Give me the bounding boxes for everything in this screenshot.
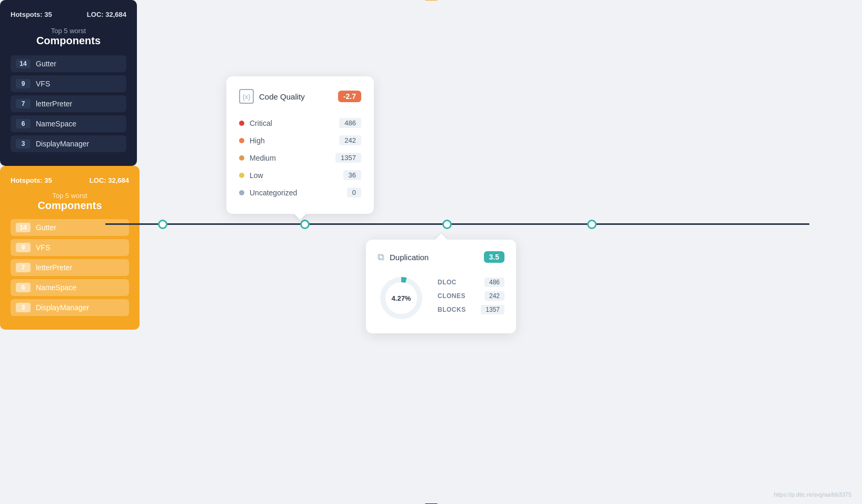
dark-item-name-letterpreter: letterPreter: [36, 100, 72, 108]
duplication-header: ⧉ Duplication 3.5: [378, 251, 504, 263]
duplication-card: ⧉ Duplication 3.5 4.27% DLOC 486 CLONES …: [366, 240, 516, 333]
orange-item-letterpreter: 7 letterPreter: [11, 259, 129, 276]
cq-count-medium: 1357: [335, 153, 361, 163]
orange-item-num-letterpreter: 7: [16, 263, 31, 272]
dark-loc-label: LOC:: [87, 11, 104, 18]
cq-row-uncategorized: Uncategorized 0: [239, 184, 361, 201]
timeline-dot-4: [587, 220, 597, 229]
orange-item-gutter: 14 Gutter: [11, 219, 129, 236]
orange-item-namespace: 6 NameSpace: [11, 279, 129, 296]
cq-count-critical: 486: [339, 118, 361, 128]
cq-row-critical: Critical 486: [239, 114, 361, 132]
dark-item-name-gutter: Gutter: [36, 60, 56, 68]
dark-hotspots: Hotspots: 35: [11, 11, 52, 18]
dark-item-name-displaymanager: DisplayManager: [36, 140, 89, 148]
dup-stat-val-dloc: 486: [484, 278, 504, 287]
dot-critical: [239, 121, 244, 126]
code-quality-card: {x} Code Quality -2.7 Critical 486 High …: [226, 76, 374, 214]
orange-item-num-displaymanager: 3: [16, 303, 31, 312]
timeline-dot-2: [300, 220, 310, 229]
orange-hotspots-value: 35: [44, 176, 52, 184]
timeline-dot-3: [442, 220, 452, 229]
orange-components-card: Hotspots: 35 LOC: 32,684 Top 5 worst Com…: [0, 166, 140, 330]
cq-row-medium: Medium 1357: [239, 149, 361, 166]
dark-item-namespace: 6 NameSpace: [11, 115, 126, 132]
dark-item-num-letterpreter: 7: [16, 99, 31, 108]
orange-hotspots-label: Hotspots:: [11, 176, 43, 184]
dark-card-subtitle: Top 5 worst Components: [11, 27, 126, 47]
dark-item-vfs: 9 VFS: [11, 75, 126, 92]
cq-count-uncategorized: 0: [347, 187, 361, 197]
code-quality-header: {x} Code Quality -2.7: [239, 89, 361, 104]
orange-item-displaymanager: 3 DisplayManager: [11, 299, 129, 316]
dark-card-header: Hotspots: 35 LOC: 32,684: [11, 11, 126, 18]
orange-loc-label: LOC:: [90, 176, 106, 184]
dark-item-displaymanager: 3 DisplayManager: [11, 135, 126, 152]
orange-item-vfs: 9 VFS: [11, 239, 129, 256]
dark-items-list: 14 Gutter 9 VFS 7 letterPreter 6 NameSpa…: [11, 55, 126, 152]
dark-components-card: Hotspots: 35 LOC: 32,684 Top 5 worst Com…: [0, 0, 137, 166]
code-quality-icon: {x}: [239, 89, 254, 104]
orange-card-header: Hotspots: 35 LOC: 32,684: [11, 176, 129, 184]
orange-item-num-gutter: 14: [16, 223, 31, 232]
orange-loc: LOC: 32,684: [90, 176, 129, 184]
cq-row-high: High 242: [239, 132, 361, 149]
cq-row-low: Low 36: [239, 166, 361, 184]
orange-loc-value: 32,684: [108, 176, 129, 184]
orange-item-name-letterpreter: letterPreter: [36, 263, 72, 272]
duplication-stats: DLOC 486 CLONES 242 BLOCKS 1357: [438, 278, 504, 319]
dark-item-name-namespace: NameSpace: [36, 120, 76, 128]
cq-label-uncategorized: Uncategorized: [250, 189, 297, 197]
dark-hotspots-value: 35: [44, 11, 52, 18]
dark-item-num-vfs: 9: [16, 79, 31, 88]
dup-stat-clones: CLONES 242: [438, 291, 504, 301]
dark-loc: LOC: 32,684: [87, 11, 126, 18]
orange-card-subtitle: Top 5 worst Components: [11, 192, 129, 212]
duplication-body: 4.27% DLOC 486 CLONES 242 BLOCKS 1357: [378, 274, 504, 322]
dup-stat-blocks: BLOCKS 1357: [438, 305, 504, 314]
dark-item-num-namespace: 6: [16, 119, 31, 129]
timeline-dot-1: [158, 220, 167, 229]
orange-item-name-displaymanager: DisplayManager: [36, 303, 89, 312]
code-quality-title-wrap: {x} Code Quality: [239, 89, 305, 104]
duplication-title-wrap: ⧉ Duplication: [378, 252, 429, 263]
dup-stat-dloc: DLOC 486: [438, 278, 504, 287]
dark-loc-value: 32,684: [105, 11, 126, 18]
code-quality-rows: Critical 486 High 242 Medium 1357 Low 36: [239, 114, 361, 201]
orange-items-list: 14 Gutter 9 VFS 7 letterPreter 6 NameSpa…: [11, 219, 129, 316]
dup-stat-label-clones: CLONES: [438, 292, 465, 300]
dark-subtitle-main: Components: [36, 35, 101, 46]
orange-subtitle-top: Top 5 worst: [11, 192, 129, 200]
dot-high: [239, 138, 244, 143]
code-quality-title: Code Quality: [259, 92, 305, 101]
duplication-icon: ⧉: [378, 252, 384, 263]
orange-subtitle-main: Components: [37, 200, 102, 211]
cq-label-low: Low: [250, 171, 263, 180]
dark-item-num-gutter: 14: [16, 59, 31, 68]
cq-count-low: 36: [343, 170, 361, 180]
cq-label-high: High: [250, 136, 265, 145]
dot-uncategorized: [239, 190, 244, 195]
donut-chart: 4.27%: [378, 274, 425, 322]
duplication-badge: 3.5: [484, 251, 504, 263]
orange-hotspots: Hotspots: 35: [11, 176, 52, 184]
cq-count-high: 242: [339, 135, 361, 145]
dark-item-name-vfs: VFS: [36, 80, 50, 88]
dark-item-num-displaymanager: 3: [16, 139, 31, 149]
timeline: [105, 223, 809, 225]
dot-low: [239, 173, 244, 178]
orange-item-name-gutter: Gutter: [36, 223, 56, 232]
cq-label-critical: Critical: [250, 119, 272, 127]
dark-item-gutter: 14 Gutter: [11, 55, 126, 72]
dark-hotspots-label: Hotspots:: [11, 11, 43, 18]
dark-item-letterpreter: 7 letterPreter: [11, 95, 126, 112]
orange-item-name-namespace: NameSpace: [36, 283, 76, 292]
code-quality-badge: -2.7: [338, 91, 361, 102]
dup-stat-val-clones: 242: [484, 291, 504, 301]
donut-label: 4.27%: [392, 294, 411, 302]
cq-label-medium: Medium: [250, 154, 276, 162]
dup-stat-label-blocks: BLOCKS: [438, 306, 466, 313]
orange-item-num-vfs: 9: [16, 243, 31, 252]
dark-subtitle-top: Top 5 worst: [11, 27, 126, 35]
duplication-title: Duplication: [390, 253, 429, 262]
